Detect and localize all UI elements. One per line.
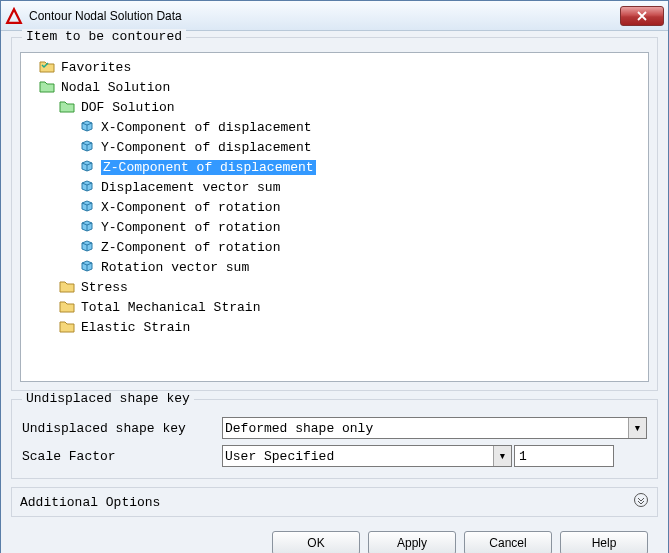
- tree-item-elastic-strain[interactable]: Elastic Strain: [21, 317, 648, 337]
- tree-label: Displacement vector sum: [101, 180, 280, 195]
- scale-factor-label: Scale Factor: [22, 449, 222, 464]
- tree-item-dof-solution[interactable]: DOF Solution: [21, 97, 648, 117]
- tree-item-z-displacement[interactable]: Z-Component of displacement: [21, 157, 648, 177]
- tree-label: Z-Component of rotation: [101, 240, 280, 255]
- tree-item-z-rotation[interactable]: Z-Component of rotation: [21, 237, 648, 257]
- tree-label: Y-Component of rotation: [101, 220, 280, 235]
- ok-button[interactable]: OK: [272, 531, 360, 553]
- folder-icon: [59, 279, 77, 295]
- cube-icon: [79, 239, 97, 255]
- apply-button[interactable]: Apply: [368, 531, 456, 553]
- folder-open-icon: [39, 79, 57, 95]
- shape-key-select-wrap[interactable]: ▾: [222, 417, 647, 439]
- additional-options-label: Additional Options: [20, 495, 160, 510]
- tree-label: Elastic Strain: [81, 320, 190, 335]
- help-button[interactable]: Help: [560, 531, 648, 553]
- close-button[interactable]: [620, 6, 664, 26]
- tree-item-y-displacement[interactable]: Y-Component of displacement: [21, 137, 648, 157]
- scale-factor-input[interactable]: [514, 445, 614, 467]
- button-row: OK Apply Cancel Help: [11, 525, 658, 553]
- tree-container: Favorites Nodal Solution DOF Solution X-…: [20, 52, 649, 382]
- folder-open-icon: [59, 99, 77, 115]
- tree-scroll[interactable]: Favorites Nodal Solution DOF Solution X-…: [21, 53, 648, 381]
- cube-icon: [79, 199, 97, 215]
- contour-groupbox: Item to be contoured Favorites Nodal Sol…: [11, 37, 658, 391]
- tree-label: X-Component of rotation: [101, 200, 280, 215]
- groupbox-title: Undisplaced shape key: [22, 391, 194, 406]
- close-icon: [637, 11, 647, 21]
- tree-item-rotation-sum[interactable]: Rotation vector sum: [21, 257, 648, 277]
- dialog-body: Item to be contoured Favorites Nodal Sol…: [1, 31, 668, 553]
- tree-label: Rotation vector sum: [101, 260, 249, 275]
- scale-factor-select-wrap[interactable]: ▾: [222, 445, 512, 467]
- tree-label: Favorites: [61, 60, 131, 75]
- tree-label: Y-Component of displacement: [101, 140, 312, 155]
- tree-label: X-Component of displacement: [101, 120, 312, 135]
- tree-item-displacement-sum[interactable]: Displacement vector sum: [21, 177, 648, 197]
- additional-options-toggle[interactable]: Additional Options: [11, 487, 658, 517]
- tree-item-stress[interactable]: Stress: [21, 277, 648, 297]
- tree-item-favorites[interactable]: Favorites: [21, 57, 648, 77]
- title-bar[interactable]: Contour Nodal Solution Data: [1, 1, 668, 31]
- folder-icon: [59, 299, 77, 315]
- tree-label: DOF Solution: [81, 100, 175, 115]
- scale-factor-row: Scale Factor ▾: [12, 442, 657, 470]
- shape-key-row: Undisplaced shape key ▾: [12, 414, 657, 442]
- folder-icon: [39, 59, 57, 75]
- tree-label: Total Mechanical Strain: [81, 300, 260, 315]
- tree-label: Nodal Solution: [61, 80, 170, 95]
- window-title: Contour Nodal Solution Data: [29, 9, 620, 23]
- shape-groupbox: Undisplaced shape key Undisplaced shape …: [11, 399, 658, 479]
- tree-item-x-displacement[interactable]: X-Component of displacement: [21, 117, 648, 137]
- dialog-window: Contour Nodal Solution Data Item to be c…: [0, 0, 669, 553]
- cube-icon: [79, 139, 97, 155]
- tree-item-nodal-solution[interactable]: Nodal Solution: [21, 77, 648, 97]
- cube-icon: [79, 219, 97, 235]
- scale-factor-select[interactable]: [222, 445, 512, 467]
- cube-icon: [79, 159, 97, 175]
- expand-icon: [633, 492, 649, 512]
- shape-key-label: Undisplaced shape key: [22, 421, 222, 436]
- tree-item-x-rotation[interactable]: X-Component of rotation: [21, 197, 648, 217]
- app-icon: [5, 7, 23, 25]
- folder-icon: [59, 319, 77, 335]
- shape-key-select[interactable]: [222, 417, 647, 439]
- tree-item-total-mech-strain[interactable]: Total Mechanical Strain: [21, 297, 648, 317]
- cube-icon: [79, 259, 97, 275]
- cube-icon: [79, 119, 97, 135]
- cube-icon: [79, 179, 97, 195]
- tree-label: Z-Component of displacement: [101, 160, 316, 175]
- tree-item-y-rotation[interactable]: Y-Component of rotation: [21, 217, 648, 237]
- groupbox-title: Item to be contoured: [22, 29, 186, 44]
- tree-label: Stress: [81, 280, 128, 295]
- cancel-button[interactable]: Cancel: [464, 531, 552, 553]
